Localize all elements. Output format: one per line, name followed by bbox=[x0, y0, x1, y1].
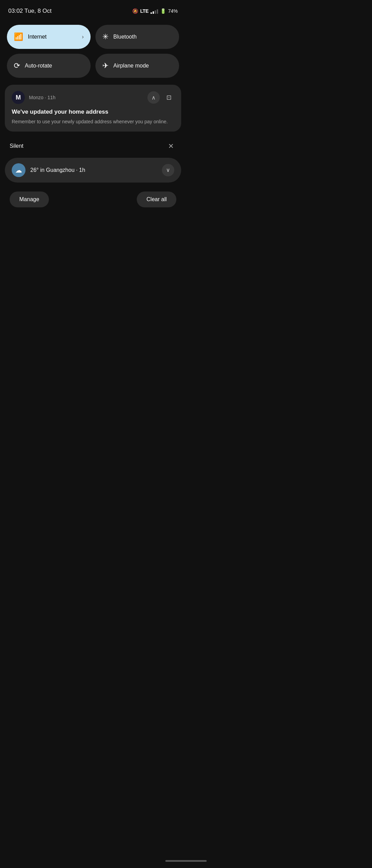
airplane-label: Airplane mode bbox=[113, 63, 172, 69]
bluetooth-tile[interactable]: ✳ Bluetooth bbox=[95, 25, 179, 49]
bluetooth-label: Bluetooth bbox=[113, 34, 172, 40]
quick-settings-panel: 📶 Internet › ✳ Bluetooth ⟳ Auto-rotate ✈… bbox=[0, 19, 186, 81]
monzo-title: We've updated your home address bbox=[12, 108, 174, 116]
rotate-icon: ⟳ bbox=[14, 61, 20, 70]
monzo-body: Remember to use your newly updated addre… bbox=[12, 118, 174, 125]
monzo-app-icon: M bbox=[12, 91, 25, 104]
silent-close-button[interactable]: ✕ bbox=[165, 141, 176, 152]
manage-button[interactable]: Manage bbox=[10, 192, 49, 207]
notif-header: M Monzo · 11h ∧ ⊡ bbox=[12, 91, 174, 104]
weather-text: 26° in Guangzhou · 1h bbox=[30, 167, 157, 173]
battery-icon: 🔋 bbox=[160, 8, 166, 14]
close-icon: ✕ bbox=[168, 142, 174, 150]
chevron-down-icon: ∨ bbox=[166, 167, 170, 173]
expand-button[interactable]: ∨ bbox=[162, 164, 174, 176]
status-icons: 🔕 LTE 🔋 74% bbox=[132, 8, 178, 14]
notif-app-info: M Monzo · 11h bbox=[12, 91, 55, 104]
monzo-app-time: Monzo · 11h bbox=[29, 95, 55, 100]
silent-section-header: Silent ✕ bbox=[0, 135, 186, 155]
bottom-actions: Manage Clear all bbox=[0, 185, 186, 214]
chevron-up-icon: ∧ bbox=[152, 94, 156, 101]
monzo-letter: M bbox=[16, 94, 21, 101]
signal-icon: 📶 bbox=[14, 32, 23, 41]
cloud-icon: ☁ bbox=[15, 166, 22, 174]
airplane-icon: ✈ bbox=[102, 61, 108, 70]
battery-level: 74% bbox=[168, 8, 178, 14]
autorotate-label: Auto-rotate bbox=[25, 63, 84, 69]
weather-cloud-icon: ☁ bbox=[12, 163, 25, 177]
notif-action-buttons: ∧ ⊡ bbox=[147, 91, 174, 104]
status-bar: 03:02 Tue, 8 Oct 🔕 LTE 🔋 74% bbox=[0, 0, 186, 19]
signal-bars-icon bbox=[151, 8, 158, 14]
mute-icon: 🔕 bbox=[132, 8, 138, 14]
collapse-button[interactable]: ∧ bbox=[147, 91, 160, 104]
snooze-button[interactable]: ⊡ bbox=[163, 92, 174, 103]
autorotate-tile[interactable]: ⟳ Auto-rotate bbox=[7, 54, 91, 78]
monzo-notification: M Monzo · 11h ∧ ⊡ We've updated your hom… bbox=[5, 85, 181, 132]
silent-label: Silent bbox=[10, 143, 23, 149]
chevron-right-icon: › bbox=[82, 34, 84, 40]
lte-icon: LTE bbox=[140, 8, 148, 14]
clear-all-button[interactable]: Clear all bbox=[137, 192, 176, 207]
internet-label: Internet bbox=[28, 34, 77, 40]
weather-notification[interactable]: ☁ 26° in Guangzhou · 1h ∨ bbox=[5, 158, 181, 183]
internet-tile[interactable]: 📶 Internet › bbox=[7, 25, 91, 49]
snooze-icon: ⊡ bbox=[166, 94, 172, 101]
airplane-tile[interactable]: ✈ Airplane mode bbox=[95, 54, 179, 78]
status-time: 03:02 Tue, 8 Oct bbox=[8, 8, 52, 14]
bluetooth-icon: ✳ bbox=[102, 32, 108, 41]
